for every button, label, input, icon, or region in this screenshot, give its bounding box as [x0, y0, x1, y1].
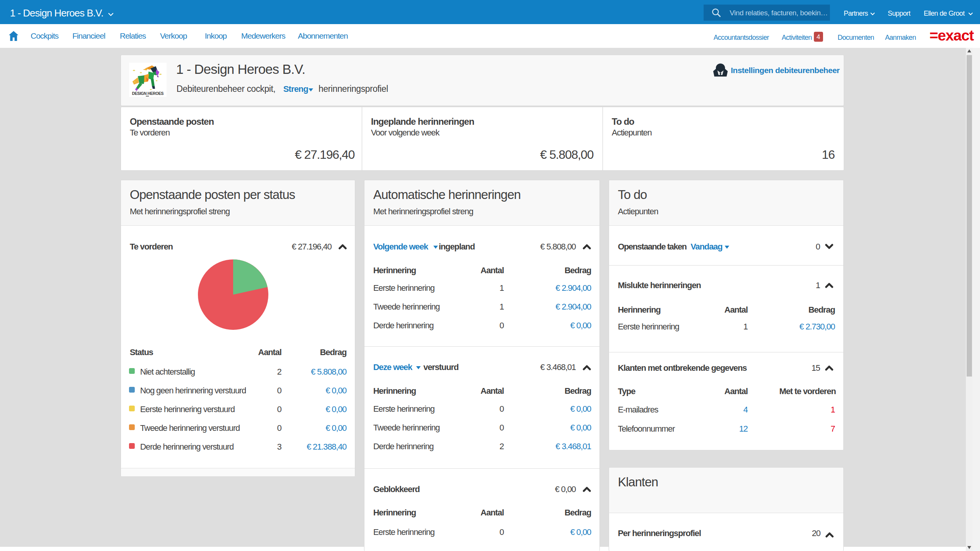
svg-text:DESIGN HEROES: DESIGN HEROES	[132, 91, 164, 96]
